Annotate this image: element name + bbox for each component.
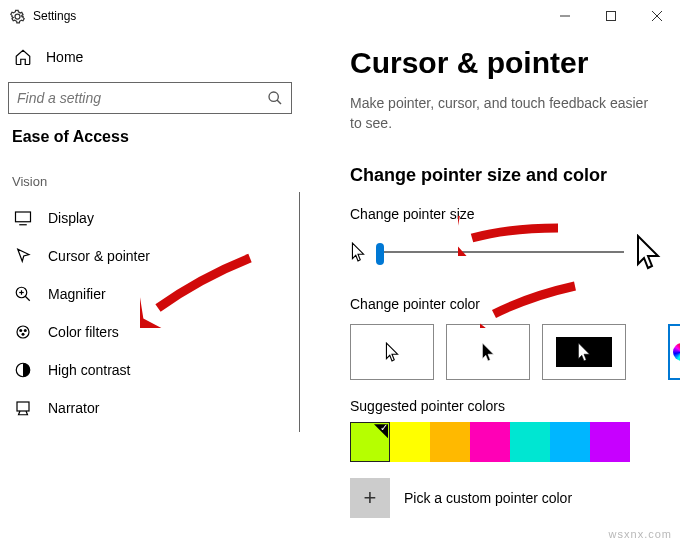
cursor-small-icon — [350, 242, 366, 262]
section-header: Ease of Access — [12, 128, 292, 146]
close-button[interactable] — [634, 0, 680, 32]
sidebar-item-magnifier[interactable]: Magnifier — [8, 275, 292, 313]
svg-rect-6 — [16, 212, 31, 222]
section-heading: Change pointer size and color — [350, 165, 662, 186]
nav-home[interactable]: Home — [8, 40, 292, 74]
color-swatch[interactable] — [590, 422, 630, 462]
sidebar-item-label: Magnifier — [48, 286, 106, 302]
cursor-large-icon — [634, 234, 662, 270]
settings-gear-icon — [10, 9, 25, 24]
sidebar: Home Ease of Access Vision Display Curso… — [0, 32, 300, 544]
svg-line-9 — [25, 296, 30, 301]
sidebar-item-label: Display — [48, 210, 94, 226]
suggested-colors: ✓ — [350, 422, 662, 462]
color-filters-icon — [14, 323, 32, 341]
maximize-button[interactable] — [588, 0, 634, 32]
main-content: Cursor & pointer Make pointer, cursor, a… — [300, 32, 680, 544]
group-label-vision: Vision — [12, 174, 292, 189]
svg-point-15 — [22, 333, 25, 336]
display-icon — [14, 209, 32, 227]
svg-point-4 — [269, 92, 278, 101]
color-swatch[interactable] — [510, 422, 550, 462]
sidebar-item-label: Color filters — [48, 324, 119, 340]
add-custom-color-button[interactable]: + — [350, 478, 390, 518]
window-title: Settings — [33, 9, 542, 23]
pointer-color-inverted[interactable] — [542, 324, 626, 380]
nav-home-label: Home — [46, 49, 83, 65]
sidebar-item-narrator[interactable]: Narrator — [8, 389, 292, 427]
pointer-color-black[interactable] — [446, 324, 530, 380]
sidebar-item-cursor-pointer[interactable]: Cursor & pointer — [8, 237, 292, 275]
page-title: Cursor & pointer — [350, 46, 662, 80]
custom-color-label: Pick a custom pointer color — [404, 490, 572, 506]
color-swatch[interactable] — [430, 422, 470, 462]
page-description: Make pointer, cursor, and touch feedback… — [350, 94, 662, 133]
search-box[interactable] — [8, 82, 292, 114]
custom-color-row: + Pick a custom pointer color — [350, 478, 662, 518]
sidebar-item-color-filters[interactable]: Color filters — [8, 313, 292, 351]
pointer-color-white[interactable] — [350, 324, 434, 380]
color-wheel-icon — [673, 343, 680, 361]
color-swatch[interactable] — [390, 422, 430, 462]
search-input[interactable] — [17, 90, 267, 106]
svg-point-14 — [24, 329, 27, 332]
pointer-size-row — [350, 234, 662, 270]
suggested-colors-label: Suggested pointer colors — [350, 398, 662, 414]
svg-rect-17 — [17, 402, 29, 411]
sidebar-item-label: Cursor & pointer — [48, 248, 150, 264]
sidebar-item-display[interactable]: Display — [8, 199, 292, 237]
svg-point-13 — [19, 329, 22, 332]
pointer-color-custom[interactable] — [668, 324, 680, 380]
watermark: wsxnx.com — [609, 528, 672, 540]
color-swatch[interactable]: ✓ — [350, 422, 390, 462]
color-swatch[interactable] — [470, 422, 510, 462]
sidebar-item-label: High contrast — [48, 362, 130, 378]
svg-rect-1 — [607, 12, 616, 21]
high-contrast-icon — [14, 361, 32, 379]
titlebar: Settings — [0, 0, 680, 32]
svg-point-12 — [17, 326, 29, 338]
color-swatch[interactable] — [550, 422, 590, 462]
sidebar-item-high-contrast[interactable]: High contrast — [8, 351, 292, 389]
pointer-size-slider[interactable] — [376, 240, 624, 264]
cursor-icon — [14, 247, 32, 265]
pointer-color-options — [350, 324, 662, 380]
home-icon — [14, 48, 32, 66]
magnifier-icon — [14, 285, 32, 303]
search-icon — [267, 90, 283, 106]
pointer-color-label: Change pointer color — [350, 296, 662, 312]
pointer-size-label: Change pointer size — [350, 206, 662, 222]
minimize-button[interactable] — [542, 0, 588, 32]
narrator-icon — [14, 399, 32, 417]
svg-line-5 — [277, 100, 281, 104]
sidebar-item-label: Narrator — [48, 400, 99, 416]
